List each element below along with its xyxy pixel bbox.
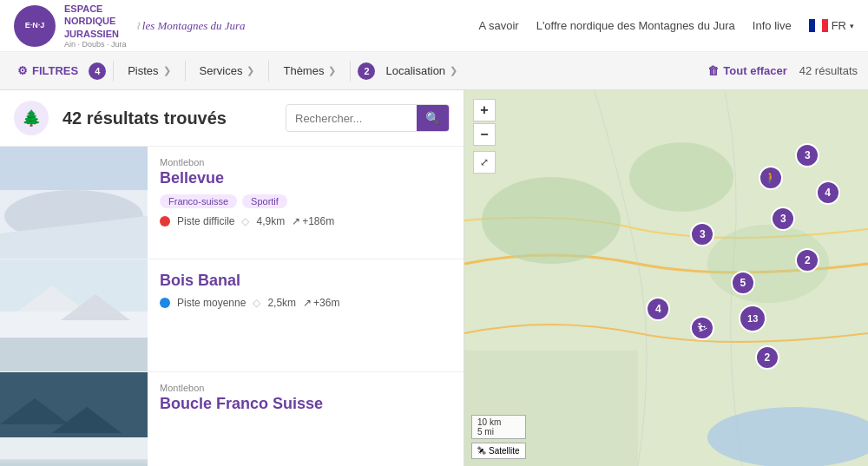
piste-elevation-bellevue: ↗ +186m (292, 215, 334, 227)
svg-rect-1 (815, 19, 822, 32)
filters-toggle-button[interactable]: ⚙ FILTRES (10, 61, 85, 81)
nav-link-offre[interactable]: L'offre nordique des Montagnes du Jura (536, 19, 735, 32)
logo-title: ESPACE NORDIQUE JURASSIEN (64, 3, 127, 40)
piste-distance-bellevue: 4,9km (256, 215, 285, 227)
nav-link-asavoir[interactable]: A savoir (478, 19, 518, 32)
card-bellevue: 🚶 ‹ › Montlebon Bellevue (0, 147, 464, 259)
themes-filter-button[interactable]: Thèmes ❯ (276, 61, 343, 81)
search-icon: 🔍 (425, 111, 440, 125)
svg-rect-11 (0, 338, 148, 371)
card-title-bellevue[interactable]: Bellevue (160, 169, 451, 187)
nav-link-infolive[interactable]: Info live (753, 19, 792, 32)
language-selector[interactable]: FR ▾ (809, 19, 854, 32)
header-nav: A savoir L'offre nordique des Montagnes … (478, 19, 854, 32)
card-title-boucle[interactable]: Boucle Franco Suisse (160, 395, 451, 413)
card-image-boucle: ⛷ ‹ › (0, 372, 148, 466)
card-location-bellevue: Montlebon (160, 157, 451, 167)
search-input[interactable] (286, 107, 417, 130)
results-icon: 🌲 (14, 101, 49, 135)
map-cluster-2[interactable]: 4 (816, 180, 840, 205)
logo-circle: E·N·J (14, 5, 56, 47)
pistes-chevron-icon: ❯ (163, 65, 171, 76)
card-title-boisbanal[interactable]: Bois Banal (160, 272, 451, 290)
card-content-bellevue: Montlebon Bellevue Franco-suisse Sportif… (148, 147, 464, 259)
map-cluster-4[interactable]: 2 (795, 248, 819, 272)
results-count: 42 résultats (799, 64, 858, 77)
card-landscape-boucle (0, 372, 148, 459)
card-location-boucle: Montlebon (160, 383, 451, 393)
trash-icon: 🗑 (707, 64, 719, 77)
svg-rect-15 (0, 437, 148, 459)
localisation-filter-button[interactable]: Localisation ❯ (378, 61, 464, 81)
chevron-down-icon: ▾ (850, 22, 854, 30)
tree-icon: 🌲 (22, 108, 41, 128)
map-panel: + − ⤢ 3 4 3 2 5 3 4 13 2 🚶 ⛷ 10 km 5 mi … (464, 90, 868, 466)
card-image-boisbanal: ⛷ ‹ › (0, 259, 148, 371)
pistes-filter-button[interactable]: Pistes ❯ (121, 61, 177, 81)
search-box: 🔍 (286, 104, 450, 132)
card-boucle: ⛷ ‹ › Montlebon Boucle Franco Suisse (0, 372, 464, 466)
filter-divider-1 (113, 61, 114, 82)
map-zoom-in-button[interactable]: + (473, 99, 496, 121)
card-content-boucle: Montlebon Boucle Franco Suisse (148, 372, 464, 466)
map-cluster-8[interactable]: 13 (739, 305, 766, 332)
piste-type-boisbanal: Piste moyenne (177, 297, 246, 309)
satellite-icon: 🛰 (477, 446, 486, 456)
main-content: 🌲 42 résultats trouvés 🔍 🚶 ‹ › (0, 90, 868, 466)
themes-chevron-icon: ❯ (328, 65, 336, 76)
map-legend: 10 km 5 mi 🛰 Satellite (471, 415, 526, 459)
svg-point-19 (482, 177, 621, 264)
clear-all-button[interactable]: 🗑 Tout effacer (707, 64, 786, 77)
card-content-boisbanal: Bois Banal Piste moyenne ◇ 2,5km ↗ +36m (148, 259, 464, 371)
card-boisbanal: ⛷ ‹ › Bois Banal Piste moyenne ◇ (0, 259, 464, 372)
map-zoom-out-button[interactable]: − (473, 123, 496, 146)
piste-difficulty-dot-boisbanal (160, 298, 170, 308)
fr-flag-icon (809, 19, 828, 32)
map-pin-person-1[interactable]: 🚶 (759, 166, 783, 190)
services-filter-button[interactable]: Services ❯ (193, 61, 262, 81)
logo-initials: E·N·J (25, 22, 45, 30)
filter-divider-3 (268, 61, 269, 82)
services-chevron-icon: ❯ (247, 65, 254, 76)
card-image-bellevue: 🚶 ‹ › (0, 147, 148, 259)
localisation-chevron-icon: ❯ (450, 65, 457, 76)
svg-point-20 (629, 142, 733, 212)
card-tag-sportif[interactable]: Sportif (242, 194, 287, 208)
card-landscape-boisbanal (0, 259, 148, 371)
logo-subtitle: Ain · Doubs · Jura (64, 40, 127, 49)
filter-bar: ⚙ FILTRES 4 Pistes ❯ Services ❯ Thèmes ❯… (0, 52, 868, 90)
piste-elevation-boisbanal: ↗ +36m (303, 297, 339, 309)
filters-count-badge: 4 (89, 62, 106, 80)
logo-tagline: ⌇ les Montagnes du Jura (135, 19, 246, 33)
results-title: 42 résultats trouvés (62, 108, 227, 128)
card-info-boisbanal: Piste moyenne ◇ 2,5km ↗ +36m (160, 297, 451, 309)
elevation-arrow-icon-2: ↗ (303, 297, 312, 309)
filter-divider-2 (185, 61, 186, 82)
results-header: 🌲 42 résultats trouvés 🔍 (0, 90, 464, 147)
svg-rect-0 (809, 19, 815, 32)
map-controls: + − ⤢ (473, 99, 496, 174)
piste-type-bellevue: Piste difficile (177, 215, 234, 227)
satellite-toggle-button[interactable]: 🛰 Satellite (471, 443, 526, 459)
search-button[interactable]: 🔍 (417, 105, 449, 131)
map-cluster-5[interactable]: 5 (731, 271, 755, 295)
map-cluster-1[interactable]: 3 (795, 143, 819, 167)
header: E·N·J ESPACE NORDIQUE JURASSIEN Ain · Do… (0, 0, 868, 52)
map-cluster-6[interactable]: 3 (690, 222, 714, 246)
left-panel: 🌲 42 résultats trouvés 🔍 🚶 ‹ › (0, 90, 464, 466)
card-info-bellevue: Piste difficile ◇ 4,9km ↗ +186m (160, 215, 451, 227)
card-landscape-bellevue (0, 147, 148, 259)
card-tag-franco[interactable]: Franco-suisse (160, 194, 237, 208)
map-expand-button[interactable]: ⤢ (473, 151, 496, 174)
localisation-count-badge: 2 (358, 62, 375, 80)
logo-text-block: ESPACE NORDIQUE JURASSIEN Ain · Doubs · … (64, 3, 127, 49)
piste-difficulty-dot-bellevue (160, 216, 170, 226)
card-tags-bellevue: Franco-suisse Sportif (160, 194, 451, 208)
logo-area: E·N·J ESPACE NORDIQUE JURASSIEN Ain · Do… (14, 3, 246, 49)
piste-distance-boisbanal: 2,5km (267, 297, 296, 309)
filter-icon: ⚙ (17, 64, 28, 77)
map-scale-label: 10 km 5 mi (471, 415, 526, 439)
elevation-arrow-icon: ↗ (292, 215, 300, 227)
svg-rect-2 (822, 19, 828, 32)
map-pin-person-2[interactable]: ⛷ (690, 316, 714, 340)
